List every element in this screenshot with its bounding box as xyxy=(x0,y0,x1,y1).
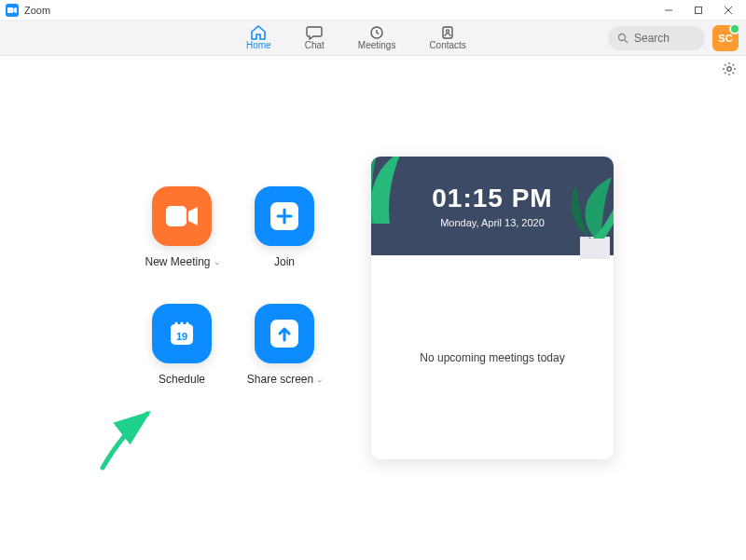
chevron-down-icon: ⌵ xyxy=(214,257,219,266)
maximize-button[interactable] xyxy=(692,4,705,17)
chevron-down-icon: ⌵ xyxy=(317,375,322,384)
video-icon xyxy=(166,206,198,226)
plant-decoration xyxy=(558,175,614,259)
join-button[interactable]: Join xyxy=(233,186,336,268)
header: Home Chat Meetings Contacts Search SC xyxy=(0,20,746,56)
action-label: Schedule xyxy=(159,373,205,386)
svg-point-29 xyxy=(186,321,188,324)
schedule-button[interactable]: 19 Schedule xyxy=(131,304,233,386)
tab-label: Contacts xyxy=(429,40,465,50)
empty-meetings-text: No upcoming meetings today xyxy=(420,351,564,364)
avatar[interactable]: SC xyxy=(712,25,739,51)
tab-home[interactable]: Home xyxy=(242,23,275,52)
svg-marker-1 xyxy=(14,7,18,13)
svg-rect-20 xyxy=(166,206,186,226)
avatar-initials: SC xyxy=(718,33,732,44)
clock-icon xyxy=(368,25,385,40)
svg-rect-26 xyxy=(171,324,193,331)
calendar-icon: 19 xyxy=(168,320,196,348)
tab-label: Meetings xyxy=(358,40,396,50)
clock-date: Monday, April 13, 2020 xyxy=(440,217,545,228)
svg-point-28 xyxy=(180,321,183,324)
home-icon xyxy=(250,25,267,40)
titlebar: Zoom xyxy=(0,0,746,20)
tab-meetings[interactable]: Meetings xyxy=(354,23,400,52)
search-placeholder: Search xyxy=(634,32,670,45)
clock-time: 01:15 PM xyxy=(432,184,552,213)
search-input[interactable]: Search xyxy=(608,26,705,50)
app-icon xyxy=(6,4,19,17)
svg-point-27 xyxy=(174,321,177,324)
svg-text:19: 19 xyxy=(176,331,187,342)
actions-grid: New Meeting⌵ Join 19 Schedule S xyxy=(131,186,336,386)
nav-tabs: Home Chat Meetings Contacts xyxy=(242,23,470,52)
annotation-arrow xyxy=(97,408,162,473)
tab-contacts[interactable]: Contacts xyxy=(425,23,469,52)
tab-label: Home xyxy=(246,40,271,50)
svg-rect-32 xyxy=(580,237,610,259)
upcoming-panel: 01:15 PM Monday, April 13, 2020 No upcom… xyxy=(371,157,614,459)
panel-header: 01:15 PM Monday, April 13, 2020 xyxy=(371,157,614,255)
minimize-button[interactable] xyxy=(662,4,675,17)
action-label: New Meeting xyxy=(145,255,210,268)
close-button[interactable] xyxy=(722,4,735,17)
tab-chat[interactable]: Chat xyxy=(301,23,328,52)
svg-rect-0 xyxy=(7,7,13,13)
new-meeting-button[interactable]: New Meeting⌵ xyxy=(131,186,233,268)
svg-line-10 xyxy=(625,40,628,43)
search-icon xyxy=(617,33,629,44)
plus-icon xyxy=(270,202,298,230)
svg-marker-21 xyxy=(188,207,198,225)
window-controls xyxy=(662,4,740,17)
svg-rect-3 xyxy=(696,7,702,13)
action-label: Join xyxy=(274,255,295,268)
share-screen-icon xyxy=(270,320,298,348)
chat-icon xyxy=(306,25,323,40)
share-screen-button[interactable]: Share screen⌵ xyxy=(233,304,336,386)
tab-label: Chat xyxy=(305,40,325,50)
window-title: Zoom xyxy=(24,5,50,16)
svg-point-9 xyxy=(619,34,626,40)
plant-decoration xyxy=(371,157,416,224)
action-label: Share screen xyxy=(247,373,313,386)
svg-point-8 xyxy=(447,30,449,33)
main: New Meeting⌵ Join 19 Schedule S xyxy=(0,56,746,560)
contacts-icon xyxy=(439,25,456,40)
